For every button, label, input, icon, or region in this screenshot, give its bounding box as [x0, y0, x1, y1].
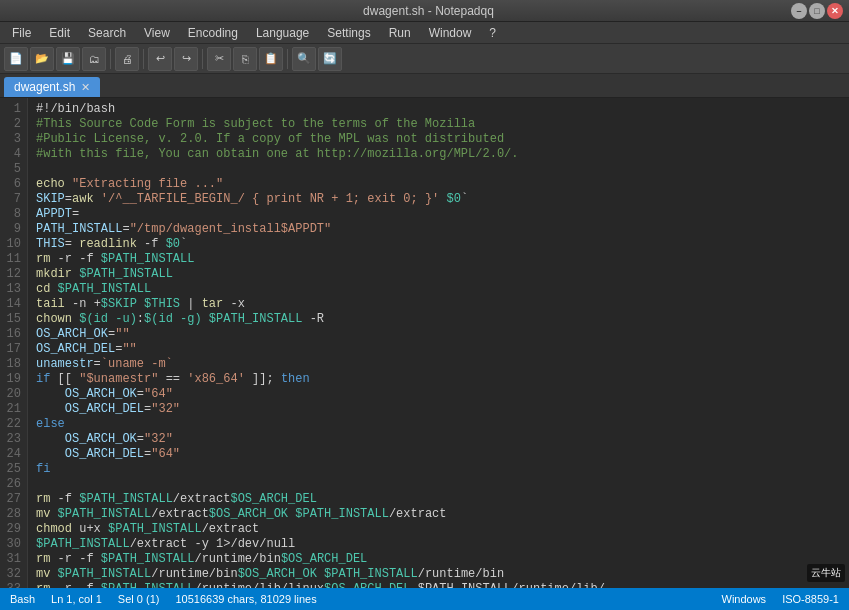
line-number: 6 [4, 177, 21, 192]
code-line: rm -r -f $PATH_INSTALL [36, 252, 841, 267]
code-line: SKIP=awk '/^__TARFILE_BEGIN_/ { print NR… [36, 192, 841, 207]
line-number: 28 [4, 507, 21, 522]
line-number: 26 [4, 477, 21, 492]
tab-bar: dwagent.sh ✕ [0, 74, 849, 98]
replace-button[interactable]: 🔄 [318, 47, 342, 71]
line-number: 14 [4, 297, 21, 312]
code-line: unamestr=`uname -m` [36, 357, 841, 372]
code-line: chown $(id -u):$(id -g) $PATH_INSTALL -R [36, 312, 841, 327]
code-line: mv $PATH_INSTALL/extract$OS_ARCH_OK $PAT… [36, 507, 841, 522]
file-tab[interactable]: dwagent.sh ✕ [4, 77, 100, 97]
code-line: mkdir $PATH_INSTALL [36, 267, 841, 282]
code-line: #with this file, You can obtain one at h… [36, 147, 841, 162]
code-line: OS_ARCH_DEL="32" [36, 402, 841, 417]
undo-button[interactable]: ↩ [148, 47, 172, 71]
line-number: 29 [4, 522, 21, 537]
title-bar: dwagent.sh - Notepadqq – □ ✕ [0, 0, 849, 22]
line-number: 10 [4, 237, 21, 252]
paste-button[interactable]: 📋 [259, 47, 283, 71]
menu-item-view[interactable]: View [136, 24, 178, 42]
new-file-button[interactable]: 📄 [4, 47, 28, 71]
menu-item-window[interactable]: Window [421, 24, 480, 42]
code-line: OS_ARCH_OK="" [36, 327, 841, 342]
menu-item-run[interactable]: Run [381, 24, 419, 42]
code-line: $PATH_INSTALL/extract -y 1>/dev/null [36, 537, 841, 552]
code-line: chmod u+x $PATH_INSTALL/extract [36, 522, 841, 537]
status-chars: 10516639 chars, 81029 lines [175, 593, 316, 605]
menu-item-edit[interactable]: Edit [41, 24, 78, 42]
code-line: #Public License, v. 2.0. If a copy of th… [36, 132, 841, 147]
menu-item-encoding[interactable]: Encoding [180, 24, 246, 42]
save-all-button[interactable]: 🗂 [82, 47, 106, 71]
toolbar: 📄 📂 💾 🗂 🖨 ↩ ↪ ✂ ⎘ 📋 🔍 🔄 [0, 44, 849, 74]
close-button[interactable]: ✕ [827, 3, 843, 19]
print-button[interactable]: 🖨 [115, 47, 139, 71]
line-number: 19 [4, 372, 21, 387]
status-shell: Bash [10, 593, 35, 605]
code-line [36, 477, 841, 492]
tab-label: dwagent.sh [14, 80, 75, 94]
code-line: fi [36, 462, 841, 477]
code-line: PATH_INSTALL="/tmp/dwagent_install$APPDT… [36, 222, 841, 237]
window-title: dwagent.sh - Notepadqq [66, 4, 791, 18]
status-encoding: ISO-8859-1 [782, 593, 839, 605]
toolbar-separator-1 [110, 49, 111, 69]
line-number: 24 [4, 447, 21, 462]
code-line: if [[ "$unamestr" == 'x86_64' ]]; then [36, 372, 841, 387]
toolbar-separator-3 [202, 49, 203, 69]
status-bar: Bash Ln 1, col 1 Sel 0 (1) 10516639 char… [0, 588, 849, 610]
menu-item-settings[interactable]: Settings [319, 24, 378, 42]
window-controls[interactable]: – □ ✕ [791, 3, 843, 19]
line-number: 31 [4, 552, 21, 567]
code-line: mv $PATH_INSTALL/runtime/bin$OS_ARCH_OK … [36, 567, 841, 582]
line-number: 15 [4, 312, 21, 327]
code-line: echo "Extracting file ..." [36, 177, 841, 192]
open-file-button[interactable]: 📂 [30, 47, 54, 71]
code-area[interactable]: #!/bin/bash#This Source Code Form is sub… [28, 98, 849, 588]
code-line: tail -n +$SKIP $THIS | tar -x [36, 297, 841, 312]
redo-button[interactable]: ↪ [174, 47, 198, 71]
code-line: APPDT= [36, 207, 841, 222]
line-number: 21 [4, 402, 21, 417]
code-line: OS_ARCH_DEL="64" [36, 447, 841, 462]
toolbar-separator-4 [287, 49, 288, 69]
line-number: 3 [4, 132, 21, 147]
line-number: 18 [4, 357, 21, 372]
menu-item-language[interactable]: Language [248, 24, 317, 42]
code-line: rm -f $PATH_INSTALL/extract$OS_ARCH_DEL [36, 492, 841, 507]
line-number: 20 [4, 387, 21, 402]
line-number: 32 [4, 567, 21, 582]
menu-item-file[interactable]: File [4, 24, 39, 42]
menu-item-?[interactable]: ? [481, 24, 504, 42]
editor-container: 1234567891011121314151617181920212223242… [0, 98, 849, 588]
code-line: OS_ARCH_DEL="" [36, 342, 841, 357]
code-line: OS_ARCH_OK="64" [36, 387, 841, 402]
line-number: 17 [4, 342, 21, 357]
line-number: 22 [4, 417, 21, 432]
line-number: 4 [4, 147, 21, 162]
line-number: 30 [4, 537, 21, 552]
menu-item-search[interactable]: Search [80, 24, 134, 42]
code-line: rm -r -f $PATH_INSTALL/runtime/bin$OS_AR… [36, 552, 841, 567]
status-selection: Sel 0 (1) [118, 593, 160, 605]
status-line-ending: Windows [722, 593, 767, 605]
line-number: 9 [4, 222, 21, 237]
code-line: cd $PATH_INSTALL [36, 282, 841, 297]
menu-bar: FileEditSearchViewEncodingLanguageSettin… [0, 22, 849, 44]
code-line: #!/bin/bash [36, 102, 841, 117]
maximize-button[interactable]: □ [809, 3, 825, 19]
cut-button[interactable]: ✂ [207, 47, 231, 71]
code-line: else [36, 417, 841, 432]
code-line: #This Source Code Form is subject to the… [36, 117, 841, 132]
minimize-button[interactable]: – [791, 3, 807, 19]
line-number: 7 [4, 192, 21, 207]
find-button[interactable]: 🔍 [292, 47, 316, 71]
save-file-button[interactable]: 💾 [56, 47, 80, 71]
tab-close-button[interactable]: ✕ [81, 81, 90, 94]
toolbar-separator-2 [143, 49, 144, 69]
line-number: 23 [4, 432, 21, 447]
line-number: 25 [4, 462, 21, 477]
line-number: 2 [4, 117, 21, 132]
code-line: THIS= readlink -f $0` [36, 237, 841, 252]
copy-button[interactable]: ⎘ [233, 47, 257, 71]
